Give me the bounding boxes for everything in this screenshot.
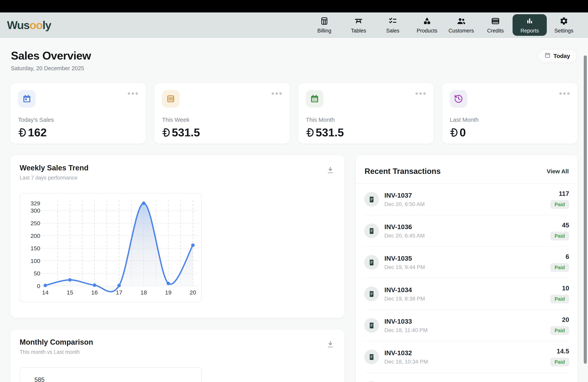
nav-item-sales[interactable]: Sales	[376, 14, 410, 36]
stat-card-last-month: Last Month 0	[442, 83, 578, 144]
nav-item-credits[interactable]: Credits	[478, 14, 513, 36]
receipt-icon	[364, 255, 379, 270]
top-black-bar	[0, 0, 588, 12]
status-badge: Paid	[550, 326, 569, 335]
stat-cards-row: Today's Sales 162 This Week 531.5 This M…	[10, 83, 578, 144]
stat-value: 162	[18, 126, 138, 139]
nav-label: Credits	[487, 28, 504, 34]
invoice-datetime: Dec 20, 6:45 AM	[384, 233, 425, 239]
invoice-number: INV-1034	[384, 286, 425, 294]
stat-label: Today's Sales	[18, 117, 138, 123]
sales-icon	[388, 17, 397, 26]
invoice-number: INV-1033	[384, 318, 428, 325]
billing-icon	[320, 17, 329, 26]
transactions-list: INV-1037 Dec 20, 6:50 AM 117 Paid INV-10…	[364, 184, 569, 382]
invoice-amount: 10	[560, 285, 569, 292]
nav-label: Billing	[317, 28, 331, 34]
stat-value: 531.5	[162, 126, 282, 139]
status-badge: Paid	[550, 295, 569, 303]
receipt-icon	[364, 350, 379, 364]
calendar-month-icon	[306, 90, 323, 107]
vertical-scrollbar[interactable]	[584, 55, 587, 364]
invoice-number: INV-1032	[384, 349, 428, 357]
invoice-number: INV-1035	[384, 255, 425, 262]
stat-value: 0	[450, 126, 570, 139]
nav-item-customers[interactable]: Customers	[444, 14, 478, 36]
transaction-row[interactable]: INV-1033 Dec 18, 11:40 PM 20 Paid	[364, 310, 569, 341]
svg-text:19: 19	[165, 289, 171, 296]
stat-card-todays-sales: Today's Sales 162	[10, 83, 146, 144]
app-header: Wusooly Billing Tables Sales Products Cu…	[0, 12, 588, 38]
svg-text:200: 200	[31, 233, 40, 239]
more-options-icon[interactable]	[559, 92, 570, 96]
invoice-number: INV-1036	[384, 223, 425, 231]
nav-label: Sales	[386, 28, 399, 34]
customers-icon	[457, 17, 466, 26]
more-options-icon[interactable]	[127, 92, 138, 96]
products-icon	[422, 17, 431, 26]
weekly-chart-subtitle: Last 7 days performance	[20, 175, 335, 181]
svg-text:329: 329	[31, 200, 40, 207]
double-bar-d-currency-icon	[162, 128, 170, 137]
double-bar-d-currency-icon	[18, 128, 26, 137]
weekly-line-chart: 32930025020015010050014151617181920	[20, 193, 202, 302]
status-badge: Paid	[550, 358, 569, 366]
credits-icon	[491, 17, 500, 26]
transaction-row[interactable]: 61.5	[364, 373, 569, 382]
monthly-ytick: 585	[25, 376, 44, 382]
invoice-datetime: Dec 18, 11:40 PM	[384, 327, 428, 333]
svg-text:18: 18	[140, 289, 147, 296]
nav-item-billing[interactable]: Billing	[307, 14, 341, 36]
receipt-icon	[364, 192, 379, 207]
monthly-comparison-card: Monthly Comparison This month vs Last mo…	[10, 329, 345, 382]
recent-transactions-card: Recent Transactions View All INV-1037 De…	[356, 155, 578, 382]
page-date: Saturday, 20 December 2025	[11, 65, 91, 72]
svg-text:0: 0	[37, 283, 40, 289]
download-icon[interactable]	[326, 166, 334, 175]
history-icon	[450, 90, 467, 107]
svg-text:250: 250	[31, 220, 40, 226]
transaction-row[interactable]: INV-1035 Dec 19, 9:44 PM 6 Paid	[364, 247, 569, 278]
reports-icon	[525, 17, 534, 26]
status-badge: Paid	[550, 232, 569, 240]
app-logo[interactable]: Wusooly	[7, 19, 51, 32]
status-badge: Paid	[550, 263, 569, 272]
stat-label: This Week	[162, 117, 282, 123]
more-options-icon[interactable]	[415, 92, 426, 96]
download-icon[interactable]	[326, 340, 334, 349]
monthly-chart-partial: 585 531	[20, 367, 202, 382]
nav-label: Tables	[351, 28, 366, 34]
svg-text:20: 20	[189, 289, 196, 296]
svg-text:150: 150	[31, 245, 40, 252]
page-head-left: Sales Overview Saturday, 20 December 202…	[11, 49, 91, 72]
calendar-icon	[545, 52, 551, 60]
stat-card-this-month: This Month 531.5	[298, 83, 434, 144]
transaction-row[interactable]: INV-1032 Dec 18, 10:34 PM 14.5 Paid	[364, 341, 569, 373]
nav-item-products[interactable]: Products	[410, 14, 444, 36]
svg-text:14: 14	[42, 289, 48, 296]
more-options-icon[interactable]	[271, 92, 282, 96]
nav-item-settings[interactable]: Settings	[547, 14, 581, 36]
nav-label: Products	[417, 28, 438, 34]
svg-text:16: 16	[91, 289, 98, 296]
monthly-chart-title: Monthly Comparison	[20, 338, 335, 346]
nav-item-reports[interactable]: Reports	[513, 14, 547, 36]
double-bar-d-currency-icon	[306, 128, 314, 137]
transaction-row[interactable]: INV-1037 Dec 20, 6:50 AM 117 Paid	[364, 184, 569, 215]
svg-text:50: 50	[34, 270, 40, 276]
nav-label: Settings	[554, 28, 573, 34]
status-badge: Paid	[550, 200, 569, 209]
invoice-amount: 14.5	[555, 348, 569, 355]
invoice-amount: 6	[564, 253, 569, 260]
today-button[interactable]: Today	[537, 49, 577, 63]
weekly-sales-trend-card: Weekly Sales Trend Last 7 days performan…	[10, 155, 345, 318]
receipt-icon	[364, 287, 379, 301]
tables-icon	[354, 17, 363, 26]
transaction-row[interactable]: INV-1036 Dec 20, 6:45 AM 45 Paid	[364, 215, 569, 247]
weekly-chart-title: Weekly Sales Trend	[20, 164, 335, 172]
nav-label: Customers	[449, 28, 474, 34]
nav-item-tables[interactable]: Tables	[341, 14, 376, 36]
invoice-datetime: Dec 19, 9:44 PM	[384, 264, 425, 270]
transaction-row[interactable]: INV-1034 Dec 19, 8:38 PM 10 Paid	[364, 278, 569, 310]
view-all-link[interactable]: View All	[547, 168, 569, 175]
